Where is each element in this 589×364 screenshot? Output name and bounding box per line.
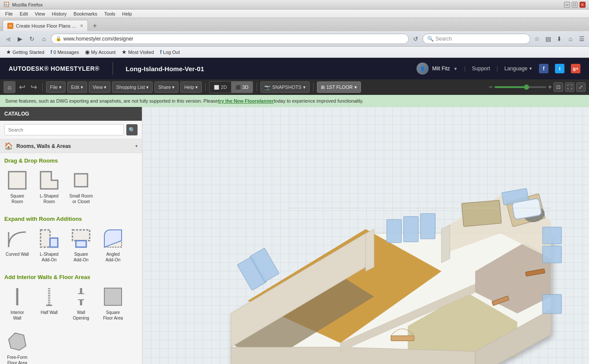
zoom-out-icon[interactable]: − — [489, 83, 492, 91]
l-shaped-room-item[interactable]: L-ShapedRoom — [34, 166, 64, 207]
menu-edit[interactable]: Edit — [16, 10, 31, 17]
undo-button[interactable]: ↩ — [17, 82, 27, 92]
menu-nav-icon[interactable]: ☰ — [577, 34, 586, 44]
half-wall-icon-container — [38, 286, 60, 308]
canvas-area[interactable] — [142, 107, 589, 364]
shopping-list-button[interactable]: Shopping List ▾ — [112, 82, 153, 93]
refresh-button[interactable]: ↻ — [27, 34, 37, 44]
category-arrow-icon: ▾ — [135, 144, 138, 148]
expand-button[interactable]: ⤢ — [576, 82, 586, 92]
browser-search-bar[interactable]: 🔍 Search — [423, 34, 530, 44]
snapshots-button[interactable]: 📷 SNAPSHOTS ▾ — [260, 82, 310, 93]
angled-add-item[interactable]: AngledAdd-On — [98, 225, 128, 265]
curved-wall-item[interactable]: Curved Wall — [2, 225, 32, 265]
floor-selector-button[interactable]: ⊞ 1ST FLOOR ▾ — [317, 82, 361, 93]
url-input[interactable]: 🔒 www.homestyler.com/designer — [51, 34, 409, 44]
window-controls: ─ □ ✕ — [564, 2, 586, 8]
view-3d-button[interactable]: ⬛ 3D — [231, 82, 253, 93]
half-wall-svg — [38, 286, 60, 308]
svg-rect-40 — [391, 336, 414, 341]
zoom-handle[interactable] — [524, 85, 529, 90]
bm-label: Log Out — [163, 50, 180, 55]
fullscreen-button[interactable]: ⛶ — [565, 82, 574, 92]
catalog-search-button[interactable]: 🔍 — [126, 124, 138, 135]
zoom-in-icon[interactable]: + — [548, 83, 552, 91]
new-floorplanner-link[interactable]: try the New Floorplanner — [218, 98, 274, 104]
catalog-search-container: 🔍 — [0, 121, 142, 139]
maximize-button[interactable]: □ — [572, 2, 578, 8]
interior-wall-icon-container — [6, 286, 28, 308]
curved-wall-svg — [6, 228, 28, 249]
zoom-slider[interactable] — [495, 86, 546, 88]
home-toolbar-button[interactable]: ⌂ — [3, 81, 16, 93]
back-button[interactable]: ◀ — [3, 34, 13, 44]
share-button[interactable]: Share ▾ — [154, 82, 179, 93]
bm-label: Getting Started — [13, 50, 44, 55]
forward-button[interactable]: ▶ — [15, 34, 25, 44]
reload-btn[interactable]: ↺ — [410, 34, 421, 44]
catalog-search-input[interactable] — [4, 124, 124, 135]
header-right: 👤 Milt Fitz ▼ | Support | Language▼ f t … — [417, 63, 580, 75]
small-room-item[interactable]: Small Roomor Closet — [66, 166, 96, 207]
floor-dropdown-icon: ▾ — [354, 85, 357, 90]
svg-rect-3 — [41, 230, 50, 247]
edit-menu-button[interactable]: Edit ▾ — [67, 82, 87, 93]
half-wall-item[interactable]: Half Wall — [34, 283, 64, 323]
view-2d-button[interactable]: ⬜ 2D — [210, 82, 231, 93]
pocket-icon[interactable]: ⬇ — [555, 34, 564, 44]
svg-marker-25 — [442, 225, 450, 263]
menu-history[interactable]: History — [48, 10, 70, 17]
menu-file[interactable]: File — [2, 10, 16, 17]
reader-view-icon[interactable]: ▤ — [543, 34, 553, 44]
redo-button[interactable]: ↩ — [29, 82, 39, 92]
googleplus-social-button[interactable]: g+ — [571, 64, 580, 73]
view-dropdown-icon: ▾ — [104, 85, 107, 90]
view-menu-button[interactable]: View ▾ — [89, 82, 111, 93]
square-room-item[interactable]: SquareRoom — [2, 166, 32, 207]
shopping-list-label: Shopping List — [116, 85, 145, 90]
interior-wall-item[interactable]: InteriorWall — [2, 283, 32, 323]
header-sep-2: | — [497, 66, 498, 72]
category-header[interactable]: 🏠 Rooms, Walls & Areas ▾ — [0, 139, 142, 153]
app-toolbar: ⌂ ↩ ↩ File ▾ Edit ▾ View ▾ Shopping List… — [0, 79, 589, 95]
square-add-item[interactable]: SquareAdd-On — [66, 225, 96, 265]
language-btn[interactable]: Language▼ — [504, 66, 533, 72]
address-icons: ☆ ▤ ⬇ ⌂ ☰ — [532, 34, 586, 44]
freeform-floor-item[interactable]: Free-FormFloor Area — [2, 328, 32, 364]
new-tab-button[interactable]: + — [90, 21, 100, 31]
minimize-button[interactable]: ─ — [564, 2, 570, 8]
user-menu[interactable]: 👤 Milt Fitz ▼ — [417, 63, 457, 75]
bookmark-star-icon[interactable]: ☆ — [532, 34, 542, 44]
view-3d-icon: ⬛ — [235, 85, 241, 90]
floor-area-item[interactable]: SquareFloor Area — [98, 283, 128, 323]
menu-tools[interactable]: Tools — [101, 10, 119, 17]
svg-rect-0 — [9, 172, 26, 189]
bm-messages[interactable]: f 0 Messages — [48, 48, 81, 56]
fit-view-button[interactable]: ⊡ — [554, 82, 563, 92]
active-tab[interactable]: H Create House Floor Plans ... × — [3, 20, 88, 31]
menu-view[interactable]: View — [31, 10, 49, 17]
bm-label: 0 Messages — [53, 50, 79, 55]
home-nav-icon[interactable]: ⌂ — [566, 34, 575, 44]
l-shaped-add-item[interactable]: L-ShapedAdd-On — [34, 225, 64, 265]
bm-most-visited[interactable]: ★ Most Visited — [119, 48, 157, 56]
os-icon: 🪟 — [3, 2, 9, 7]
facebook-social-button[interactable]: f — [539, 64, 548, 73]
menu-bookmarks[interactable]: Bookmarks — [70, 10, 101, 17]
floor-area-icon-container — [102, 286, 124, 308]
file-menu-button[interactable]: File ▾ — [46, 82, 66, 93]
twitter-social-button[interactable]: t — [555, 64, 564, 73]
zoom-area: − + ⊡ ⛶ ⤢ — [489, 82, 586, 92]
bm-logout[interactable]: f Log Out — [157, 48, 182, 56]
menu-help[interactable]: Help — [119, 10, 135, 17]
help-button[interactable]: Help ▾ — [180, 82, 202, 93]
close-button[interactable]: ✕ — [580, 2, 586, 8]
bm-account[interactable]: ◉ My Account — [82, 48, 118, 56]
bm-getting-started[interactable]: ★ Getting Started — [3, 48, 47, 56]
support-link[interactable]: Support — [472, 66, 490, 72]
home-button[interactable]: ⌂ — [39, 34, 49, 44]
svg-rect-33 — [420, 213, 435, 239]
tab-close-button[interactable]: × — [80, 23, 83, 29]
l-shaped-add-svg — [38, 228, 60, 249]
wall-opening-item[interactable]: WallOpening — [66, 283, 96, 323]
